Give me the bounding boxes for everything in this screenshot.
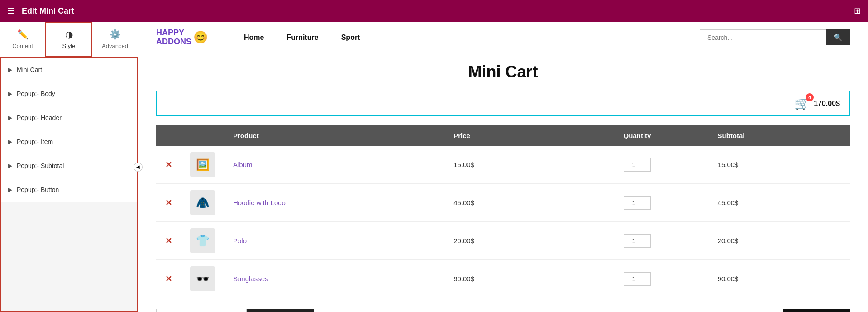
qty-input-3[interactable] [624,272,651,286]
subtotal-cell-3: 90.00$ [709,260,850,298]
chevron-right-icon-2: ▶ [8,91,12,97]
product-name-link-3[interactable]: Sunglasses [233,275,268,283]
remove-cell-2: ✕ [156,222,181,260]
cart-actions: Apply coupon Update cart [156,309,850,312]
qty-cell-2 [566,222,708,260]
table-row: ✕ 🖼️ Album 15.00$ 15.00$ [156,146,850,184]
tab-content[interactable]: ✏️ Content [0,22,45,57]
thumb-cell-1: 🧥 [181,184,224,222]
chevron-right-icon-3: ▶ [8,115,12,121]
hamburger-icon[interactable]: ☰ [7,6,14,16]
logo-emoji: 😊 [193,30,208,44]
col-price: Price [444,125,566,146]
qty-input-0[interactable] [624,158,651,172]
page-title: Mini Cart [156,62,850,82]
coupon-input[interactable] [156,309,247,312]
top-bar: ☰ Edit Mini Cart ⊞ [0,0,868,22]
tabs: ✏️ Content ◑ Style ⚙️ Advanced [0,22,138,57]
sidebar-item-popup-button-label: Popup:- Button [17,186,59,193]
update-cart-button[interactable]: Update cart [783,309,850,312]
thumb-cell-0: 🖼️ [181,146,224,184]
tab-style[interactable]: ◑ Style [45,22,92,57]
sidebar-item-popup-item[interactable]: ▶ Popup:- Item [1,130,137,154]
sidebar-wrapper: ✏️ Content ◑ Style ⚙️ Advanced ▶ Mini Ca… [0,22,138,312]
thumb-cell-2: 👕 [181,222,224,260]
coupon-area: Apply coupon [156,309,314,312]
qty-cell-0 [566,146,708,184]
tab-advanced[interactable]: ⚙️ Advanced [92,22,138,57]
product-name-cell-2: Polo [224,222,444,260]
product-thumb-3: 🕶️ [190,266,215,291]
sidebar-item-popup-body-label: Popup:- Body [17,90,55,97]
remove-cell-0: ✕ [156,146,181,184]
col-product: Product [224,125,444,146]
logo-line2: ADDONS [156,38,191,47]
product-name-link-0[interactable]: Album [233,161,253,168]
chevron-right-icon-6: ▶ [8,187,12,193]
sidebar-item-popup-body[interactable]: ▶ Popup:- Body [1,82,137,106]
chevron-right-icon-4: ▶ [8,139,12,145]
main-layout: ✏️ Content ◑ Style ⚙️ Advanced ▶ Mini Ca… [0,22,868,312]
chevron-right-icon: ▶ [8,67,12,73]
product-name-link-2[interactable]: Polo [233,237,247,245]
apply-coupon-button[interactable]: Apply coupon [247,309,314,312]
nav-home[interactable]: Home [244,34,264,42]
sidebar-item-mini-cart[interactable]: ▶ Mini Cart [1,58,137,82]
col-quantity: Quantity [566,125,708,146]
subtotal-cell-2: 20.00$ [709,222,850,260]
nav-sport[interactable]: Sport [341,34,360,42]
sidebar-menu: ▶ Mini Cart ▶ Popup:- Body ▶ Popup:- Hea… [0,57,138,312]
sidebar-collapse-btn[interactable]: ◀ [134,163,143,172]
sidebar-item-popup-subtotal-label: Popup:- Subtotal [17,162,64,169]
product-thumb-0: 🖼️ [190,152,215,177]
logo: HAPPY ADDONS 😊 [156,29,208,47]
qty-input-1[interactable] [624,196,651,210]
qty-cell-1 [566,184,708,222]
grid-icon[interactable]: ⊞ [854,6,861,16]
cart-badge: 4 [806,93,814,101]
product-name-cell-3: Sunglasses [224,260,444,298]
price-cell-1: 45.00$ [444,184,566,222]
qty-input-2[interactable] [624,234,651,248]
sidebar-item-popup-button[interactable]: ▶ Popup:- Button [1,178,137,202]
content-area: HAPPY ADDONS 😊 Home Furniture Sport 🔍 Mi… [138,22,868,312]
search-area: 🔍 [700,29,850,45]
sidebar-item-popup-subtotal[interactable]: ▶ Popup:- Subtotal [1,154,137,178]
cart-icon-wrap: 🛒 4 [794,96,810,111]
remove-button-2[interactable]: ✕ [165,236,172,246]
col-subtotal: Subtotal [709,125,850,146]
sidebar-item-popup-item-label: Popup:- Item [17,138,53,145]
tab-content-label: Content [12,43,33,49]
price-cell-2: 20.00$ [444,222,566,260]
product-thumb-1: 🧥 [190,190,215,215]
price-cell-0: 15.00$ [444,146,566,184]
thumb-cell-3: 🕶️ [181,260,224,298]
remove-cell-1: ✕ [156,184,181,222]
sidebar-item-mini-cart-label: Mini Cart [17,66,42,73]
remove-button-3[interactable]: ✕ [165,274,172,284]
remove-cell-3: ✕ [156,260,181,298]
sidebar-item-popup-header[interactable]: ▶ Popup:- Header [1,106,137,130]
col-remove [156,125,181,146]
chevron-right-icon-5: ▶ [8,163,12,169]
table-row: ✕ 🕶️ Sunglasses 90.00$ 90.00$ [156,260,850,298]
nav-furniture[interactable]: Furniture [286,34,318,42]
page-content: Mini Cart 🛒 4 170.00$ Product Price [138,53,868,312]
tab-advanced-label: Advanced [102,43,128,49]
search-input[interactable] [700,29,826,45]
website-header: HAPPY ADDONS 😊 Home Furniture Sport 🔍 [138,22,868,53]
top-bar-title: Edit Mini Cart [22,6,74,16]
product-name-cell-1: Hoodie with Logo [224,184,444,222]
product-name-link-1[interactable]: Hoodie with Logo [233,199,286,206]
qty-cell-3 [566,260,708,298]
search-button[interactable]: 🔍 [826,29,850,45]
sidebar: ✏️ Content ◑ Style ⚙️ Advanced ▶ Mini Ca… [0,22,138,312]
cart-bar: 🛒 4 170.00$ [156,91,850,116]
product-name-cell-0: Album [224,146,444,184]
remove-button-0[interactable]: ✕ [165,160,172,170]
tab-style-label: Style [62,43,76,49]
table-header-row: Product Price Quantity Subtotal [156,125,850,146]
table-row: ✕ 👕 Polo 20.00$ 20.00$ [156,222,850,260]
col-thumb [181,125,224,146]
remove-button-1[interactable]: ✕ [165,198,172,208]
